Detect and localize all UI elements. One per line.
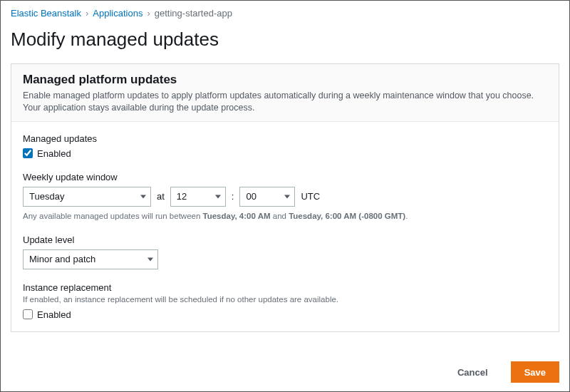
weekly-window-label: Weekly update window [23, 172, 547, 182]
panel-heading: Managed platform updates [23, 73, 547, 87]
breadcrumb-root[interactable]: Elastic Beanstalk [11, 8, 81, 19]
hint-suffix: . [405, 212, 408, 220]
weekly-window-hint: Any available managed updates will run b… [23, 211, 547, 222]
breadcrumb-applications[interactable]: Applications [93, 8, 142, 19]
chevron-right-icon: › [147, 8, 150, 19]
update-level-label: Update level [23, 234, 547, 245]
footer-actions: Cancel Save [445, 361, 559, 383]
weekly-window-field: Weekly update window Tuesday at 12 : 00 … [23, 172, 547, 222]
panel-header: Managed platform updates Enable managed … [11, 64, 559, 122]
weekly-window-controls: Tuesday at 12 : 00 UTC [23, 187, 547, 207]
weekly-window-at-text: at [157, 191, 165, 202]
instance-replacement-enabled-label: Enabled [37, 309, 71, 320]
weekly-window-colon: : [232, 191, 234, 202]
managed-updates-field: Managed updates Enabled [23, 133, 547, 159]
instance-replacement-enabled-checkbox[interactable] [23, 309, 33, 319]
update-level-select[interactable]: Minor and patch [23, 249, 158, 269]
panel-description: Enable managed platform updates to apply… [23, 90, 547, 114]
breadcrumb: Elastic Beanstalk › Applications › getti… [11, 8, 559, 19]
weekly-window-tz: UTC [301, 191, 320, 202]
hint-mid: and [271, 212, 289, 220]
page-title: Modify managed updates [11, 29, 559, 51]
instance-replacement-label: Instance replacement [23, 282, 547, 293]
managed-updates-panel: Managed platform updates Enable managed … [11, 63, 559, 332]
chevron-down-icon [147, 257, 153, 261]
managed-updates-enabled-row[interactable]: Enabled [23, 148, 547, 159]
breadcrumb-current: getting-started-app [155, 8, 232, 19]
weekly-window-day-select[interactable]: Tuesday [23, 187, 151, 207]
managed-updates-enabled-checkbox[interactable] [23, 148, 33, 158]
hint-end-time: Tuesday, 6:00 AM (-0800 GMT) [289, 212, 405, 220]
chevron-down-icon [215, 195, 221, 198]
hint-start-time: Tuesday, 4:00 AM [203, 212, 271, 220]
weekly-window-hour-select[interactable]: 12 [170, 187, 226, 207]
weekly-window-day-value: Tuesday [29, 191, 64, 202]
instance-replacement-hint: If enabled, an instance replacement will… [23, 294, 547, 305]
weekly-window-hour-value: 12 [177, 191, 187, 202]
save-button[interactable]: Save [511, 361, 559, 383]
chevron-right-icon: › [86, 8, 88, 19]
hint-prefix: Any available managed updates will run b… [23, 212, 203, 220]
panel-body: Managed updates Enabled Weekly update wi… [11, 122, 559, 331]
weekly-window-minute-value: 00 [246, 191, 256, 202]
instance-replacement-field: Instance replacement If enabled, an inst… [23, 282, 547, 320]
update-level-value: Minor and patch [29, 254, 95, 264]
managed-updates-enabled-label: Enabled [37, 148, 71, 159]
cancel-button[interactable]: Cancel [445, 361, 501, 383]
chevron-down-icon [140, 195, 146, 198]
weekly-window-minute-select[interactable]: 00 [239, 187, 295, 207]
instance-replacement-enabled-row[interactable]: Enabled [23, 309, 547, 320]
chevron-down-icon [284, 195, 290, 198]
update-level-field: Update level Minor and patch [23, 234, 547, 269]
managed-updates-label: Managed updates [23, 133, 547, 144]
